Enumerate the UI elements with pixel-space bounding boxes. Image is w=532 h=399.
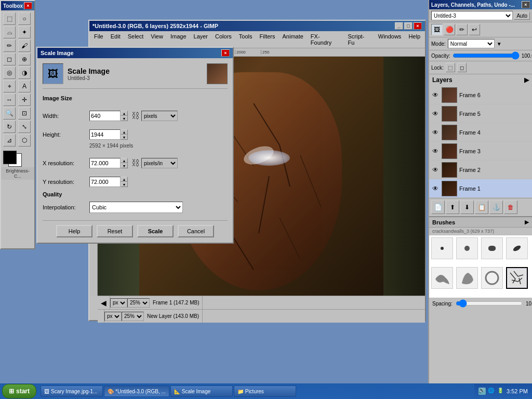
zoom-select-2[interactable]: 25% [122, 312, 144, 321]
menu-help[interactable]: Help [405, 32, 424, 47]
brushes-collapse-arrow[interactable]: ▶ [525, 219, 529, 225]
toolbox-close[interactable]: × [24, 2, 32, 9]
brush-item-7[interactable] [481, 267, 503, 289]
xres-spin-down[interactable]: ▼ [121, 163, 128, 168]
gimp-close[interactable]: × [414, 22, 422, 30]
brush-item-6[interactable] [456, 267, 478, 289]
scale-dialog-close[interactable]: × [221, 49, 230, 57]
tool-scale[interactable]: ⤡ [18, 121, 31, 133]
tool-zoom[interactable]: 🔍 [3, 107, 16, 119]
auto-button[interactable]: Auto [514, 12, 530, 20]
menu-view[interactable]: View [147, 32, 167, 47]
menu-animate[interactable]: Animate [278, 32, 307, 47]
taskbar-item-untitled[interactable]: 🎨 *Untitled-3.0 (RGB, ... [104, 385, 169, 397]
layer-eye-frame3[interactable]: 👁 [431, 147, 440, 155]
width-spin-down[interactable]: ▼ [121, 116, 128, 121]
menu-filters[interactable]: Filters [256, 32, 279, 47]
zoom-select-1[interactable]: 25% [127, 298, 150, 308]
tool-pencil[interactable]: ✏ [3, 39, 16, 52]
layers-collapse-arrow[interactable]: ▶ [524, 76, 529, 84]
unit-select-1[interactable]: px [110, 298, 127, 308]
layer-eye-frame2[interactable]: 👁 [431, 166, 440, 174]
move-layer-down-btn[interactable]: ⬇ [460, 201, 474, 214]
gimp-minimize[interactable]: _ [395, 22, 403, 30]
brush-item-3[interactable] [481, 237, 503, 259]
help-button[interactable]: Help [56, 225, 92, 237]
layer-item-frame5[interactable]: 👁 Frame 5 [429, 104, 532, 123]
menu-windows[interactable]: Windows [375, 32, 405, 47]
menu-scriptfu[interactable]: Script-Fu [344, 32, 374, 47]
width-spin-up[interactable]: ▲ [121, 111, 128, 116]
cancel-button[interactable]: Cancel [178, 225, 214, 237]
tool-blur[interactable]: ◎ [3, 66, 16, 79]
move-layer-up-btn[interactable]: ⬆ [446, 201, 459, 214]
delete-layer-btn[interactable]: 🗑 [504, 201, 517, 214]
scale-button[interactable]: Scale [137, 225, 174, 237]
tool-measure[interactable]: ↔ [3, 94, 16, 106]
brush-item-2[interactable] [456, 237, 478, 259]
yres-spin-up[interactable]: ▲ [121, 177, 128, 182]
height-spin-down[interactable]: ▼ [121, 135, 128, 140]
height-spin-up[interactable]: ▲ [121, 129, 128, 135]
tool-fuzzy-select[interactable]: ✦ [18, 26, 31, 38]
lock-pixels-btn[interactable]: ⬚ [446, 63, 455, 72]
foreground-color[interactable] [3, 151, 17, 164]
brush-item-8[interactable] [506, 267, 528, 289]
layers-panel-close[interactable]: × [522, 1, 530, 8]
xres-spin-up[interactable]: ▲ [121, 158, 128, 163]
lock-alpha-btn[interactable]: ◻ [457, 63, 467, 72]
new-layer-btn[interactable]: 📄 [431, 201, 445, 214]
tool-perspective[interactable]: ⬡ [18, 134, 31, 147]
layer-eye-frame1[interactable]: 👁 [431, 184, 440, 193]
spacing-slider[interactable] [456, 300, 523, 307]
layer-eye-frame5[interactable]: 👁 [431, 110, 440, 118]
layer-item-frame1[interactable]: 👁 Frame 1 [429, 179, 532, 198]
gimp-maximize[interactable]: □ [404, 22, 413, 30]
menu-image[interactable]: Image [167, 32, 190, 47]
tool-dodge[interactable]: ◑ [18, 66, 31, 79]
tool-clone[interactable]: ⊕ [18, 53, 31, 65]
file-select[interactable]: Untitled-3 [431, 11, 513, 20]
brush-item-5[interactable] [431, 267, 453, 289]
chain-icon[interactable]: ⛓ [132, 105, 139, 126]
anchor-layer-btn[interactable]: ⚓ [489, 201, 503, 214]
layer-item-frame3[interactable]: 👁 Frame 3 [429, 142, 532, 161]
tab-layers[interactable]: 🖼 [431, 24, 443, 35]
width-input[interactable]: 640 [89, 111, 121, 121]
scroll-left-icon[interactable]: ◀ [101, 299, 107, 307]
xres-input[interactable] [89, 158, 121, 168]
brush-item-1[interactable] [431, 237, 453, 259]
tool-ellipse-select[interactable]: ○ [18, 12, 31, 25]
menu-fx[interactable]: FX-Foundry [307, 32, 344, 47]
brush-item-4[interactable] [506, 237, 528, 259]
yres-spin-down[interactable]: ▼ [121, 182, 128, 187]
tab-paths[interactable]: ✏ [456, 24, 468, 35]
tool-shear[interactable]: ⊿ [3, 134, 16, 147]
res-chain-icon[interactable]: ⛓ [132, 153, 139, 174]
yres-input[interactable] [89, 177, 121, 187]
reset-button[interactable]: Reset [97, 225, 133, 237]
menu-file[interactable]: File [90, 32, 107, 47]
tool-move[interactable]: ✛ [18, 94, 31, 106]
start-button[interactable]: ⊞ start [2, 384, 36, 398]
tool-crop[interactable]: ⊡ [18, 107, 31, 119]
layer-item-frame6[interactable]: 👁 Frame 6 [429, 86, 532, 104]
tool-rotate[interactable]: ↻ [3, 121, 16, 133]
interp-select[interactable]: None Linear Cubic Sinc (Lanczos3) [89, 202, 183, 213]
height-input[interactable]: 1944 [89, 129, 121, 140]
tool-free-select[interactable]: ⌓ [3, 26, 16, 38]
tool-paintbrush[interactable]: 🖌 [18, 39, 31, 52]
res-unit-select[interactable]: pixels/in pixels/mm [141, 158, 178, 168]
tool-path[interactable]: ⌖ [3, 80, 16, 92]
layer-item-frame2[interactable]: 👁 Frame 2 [429, 161, 532, 179]
tool-rect-select[interactable]: ⬚ [3, 12, 16, 25]
opacity-slider[interactable] [453, 52, 520, 59]
taskbar-item-pictures[interactable]: 📁 Pictures [234, 385, 296, 397]
mode-select[interactable]: Normal Multiply Screen Overlay [448, 39, 495, 48]
menu-colors[interactable]: Colors [211, 32, 235, 47]
menu-layer[interactable]: Layer [190, 32, 212, 47]
unit-select-2[interactable]: px [104, 312, 122, 321]
tool-text[interactable]: A [18, 80, 31, 92]
tab-undo[interactable]: ↩ [469, 24, 480, 35]
size-unit-select[interactable]: pixels percent mm inch [141, 111, 178, 121]
